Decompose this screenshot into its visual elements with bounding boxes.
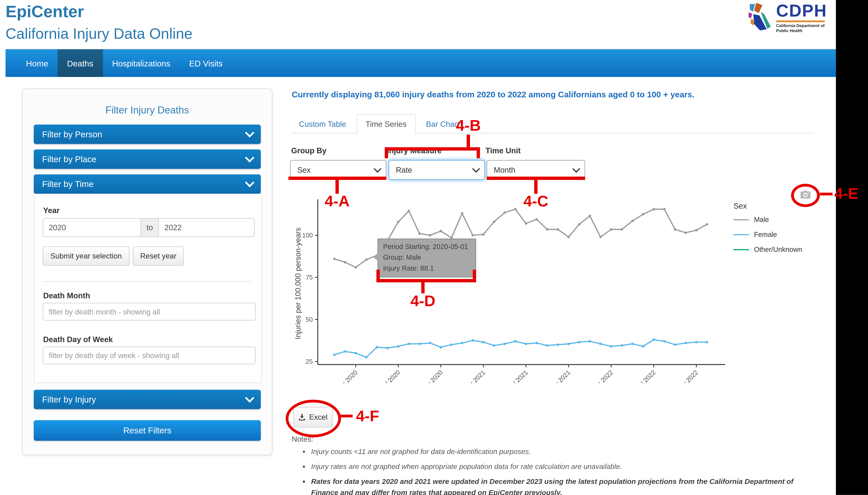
nav-item-ed-visits[interactable]: ED Visits: [180, 49, 232, 77]
filter-panel-title: Filter Injury Deaths: [23, 105, 272, 116]
annotation-label-4a: 4-A: [320, 193, 353, 210]
chart-legend: MaleFemaleOther/Unknown: [733, 216, 802, 254]
accordion-label: Filter by Place: [42, 154, 96, 164]
view-tabs: Custom Table Time Series Bar Chart: [292, 114, 814, 134]
time-series-chart: 255075100Mar 2020Jul 2020Nov 2020Mar 202…: [293, 195, 731, 383]
annotation-stem-4c: [534, 180, 537, 194]
legend-title: Sex: [733, 202, 747, 210]
svg-text:Jul 2020: Jul 2020: [379, 369, 401, 383]
annotation-label-4d: 4-D: [406, 292, 439, 310]
annotation-bracket-4d: [377, 270, 476, 282]
legend-item: Male: [733, 216, 802, 224]
annotation-bracket-4c: [486, 162, 585, 180]
chevron-down-icon: [472, 165, 480, 173]
cdph-logo: CDPH California Department of Public Hea…: [748, 3, 827, 33]
main-nav: Home Deaths Hospitalizations ED Visits: [5, 49, 836, 77]
annotation-label-4e: 4-E: [834, 185, 858, 203]
accordion-filter-by-place[interactable]: Filter by Place: [34, 150, 261, 169]
svg-text:Nov 2021: Nov 2021: [547, 369, 572, 383]
reset-year-button[interactable]: Reset year: [133, 246, 184, 266]
chevron-down-icon: [245, 128, 255, 138]
injury-measure-value: Rate: [396, 166, 412, 174]
injury-measure-select[interactable]: Rate: [388, 160, 485, 180]
logo-divider: [776, 20, 825, 22]
svg-text:25: 25: [306, 358, 313, 365]
annotation-label-4c: 4-C: [519, 193, 552, 210]
chevron-down-icon: [245, 393, 255, 403]
svg-text:100: 100: [302, 232, 313, 239]
annotation-circle-4f: [285, 400, 341, 437]
note-item: Rates for data years 2020 and 2021 were …: [311, 476, 809, 495]
legend-label: Female: [754, 231, 777, 239]
nav-item-home[interactable]: Home: [17, 49, 57, 77]
notes-list: Injury counts <11 are not graphed for da…: [303, 446, 809, 495]
legend-swatch: [733, 249, 749, 250]
accordion-label: Filter by Person: [42, 129, 102, 139]
tab-time-series[interactable]: Time Series: [357, 114, 415, 134]
page: EpiCenter California Injury Data Online …: [0, 0, 868, 495]
legend-item: Female: [733, 231, 802, 239]
svg-text:Jul 2021: Jul 2021: [507, 369, 529, 383]
svg-text:Jul 2022: Jul 2022: [635, 369, 657, 383]
group-by-label: Group By: [291, 146, 327, 155]
annotation-circle-4e: [791, 184, 820, 207]
time-unit-label: Time Unit: [486, 146, 521, 155]
tooltip-period: Period Starting: 2020-05-01: [383, 242, 471, 253]
svg-text:75: 75: [306, 274, 313, 281]
accordion-label: Filter by Injury: [42, 394, 96, 404]
note-item: Injury counts <11 are not graphed for da…: [311, 446, 809, 457]
nav-item-deaths[interactable]: Deaths: [57, 49, 103, 77]
svg-text:Nov 2022: Nov 2022: [675, 369, 699, 383]
svg-text:Mar 2022: Mar 2022: [590, 369, 614, 383]
accordion-filter-by-injury[interactable]: Filter by Injury: [34, 390, 261, 409]
death-month-label: Death Month: [43, 291, 90, 300]
logo-org-line1: California Department of: [776, 24, 827, 29]
year-range-group: to: [42, 218, 255, 237]
svg-text:Injuries per 100,000 person-ye: Injuries per 100,000 person-years: [294, 227, 302, 339]
annotation-stem-4a: [335, 180, 339, 194]
filter-by-time-body: Year to Submit year selection Reset year…: [34, 194, 262, 383]
accordion-label: Filter by Time: [42, 179, 93, 189]
summary-text: Currently displaying 81,060 injury death…: [292, 90, 823, 99]
filter-panel: Filter Injury Deaths Filter by Person Fi…: [22, 89, 273, 455]
logo-org-line2: Public Health: [776, 29, 827, 33]
svg-text:Mar 2021: Mar 2021: [463, 369, 487, 383]
reset-filters-button[interactable]: Reset Filters: [34, 420, 261, 441]
annotation-label-4f: 4-F: [356, 407, 379, 425]
year-from-input[interactable]: [42, 218, 141, 237]
legend-swatch: [733, 219, 749, 220]
legend-label: Other/Unknown: [754, 246, 802, 254]
divider: [42, 281, 253, 282]
annotation-label-4b: 4-B: [452, 117, 485, 135]
submit-year-button[interactable]: Submit year selection: [42, 246, 129, 266]
year-range-separator: to: [141, 218, 159, 237]
annotation-stem-4d: [421, 282, 424, 293]
svg-text:50: 50: [306, 316, 313, 323]
tab-custom-table[interactable]: Custom Table: [292, 115, 353, 133]
accordion-filter-by-time[interactable]: Filter by Time: [34, 174, 261, 194]
app-title: EpiCenter: [5, 2, 84, 21]
note-item: Injury rates are not graphed when approp…: [311, 461, 809, 472]
year-label: Year: [43, 206, 59, 215]
tooltip-group: Group: Male: [383, 253, 471, 263]
chevron-down-icon: [245, 178, 255, 187]
annotation-dash-4e: [820, 193, 833, 195]
app-subtitle: California Injury Data Online: [5, 25, 192, 42]
screenshot-black-strip: [836, 0, 868, 495]
death-dow-input[interactable]: [42, 346, 256, 364]
legend-item: Other/Unknown: [733, 246, 802, 254]
california-state-icon: [748, 3, 773, 33]
death-month-input[interactable]: [42, 303, 256, 321]
svg-text:Mar 2020: Mar 2020: [335, 369, 359, 383]
year-to-input[interactable]: [158, 218, 255, 237]
legend-label: Male: [754, 216, 769, 224]
nav-item-hospitalizations[interactable]: Hospitalizations: [103, 49, 180, 77]
cdph-acronym: CDPH: [776, 3, 827, 19]
annotation-bracket-4b: [385, 147, 480, 158]
svg-text:Nov 2020: Nov 2020: [420, 369, 444, 383]
legend-swatch: [733, 234, 749, 235]
annotation-dash-4f: [338, 415, 353, 417]
death-dow-label: Death Day of Week: [43, 335, 113, 344]
accordion-filter-by-person[interactable]: Filter by Person: [34, 125, 261, 144]
chevron-down-icon: [245, 153, 255, 163]
